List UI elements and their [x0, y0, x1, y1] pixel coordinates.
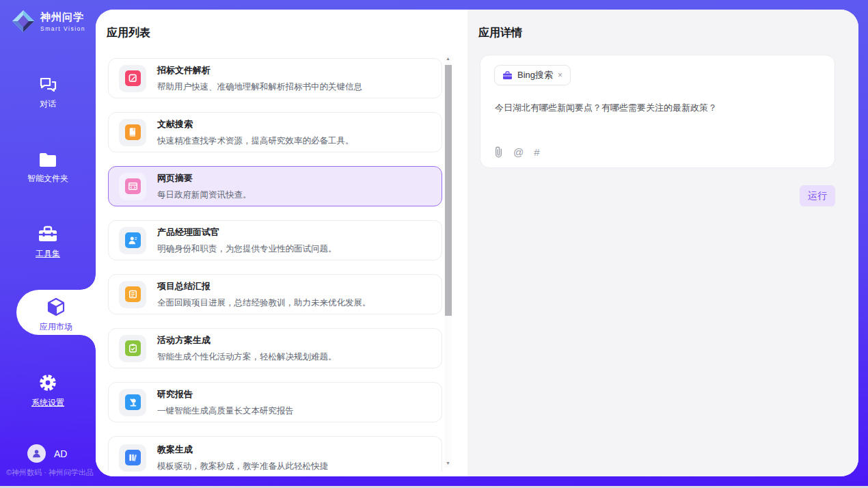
microscope-icon [125, 394, 141, 410]
app-detail-title: 应用详情 [478, 26, 522, 40]
app-card-pm-interviewer[interactable]: 产品经理面试官 明确身份和职责，为您提供专业性的面试问题。 [108, 220, 442, 260]
sidebar: 神州问学 Smart Vision 对话 智能文件夹 [0, 0, 96, 486]
app-card-bid-parse[interactable]: 招标文件解析 帮助用户快速、准确地理解和解析招标书中的关键信息 [108, 58, 442, 98]
scroll-thumb[interactable] [445, 65, 452, 316]
gear-icon [38, 373, 57, 392]
content-shell: 应用列表 招标文件解析 帮助用户快速、准确地理解和解析招标书中的关键信息 [96, 10, 858, 476]
app-name: 研究报告 [157, 388, 294, 401]
app-card-lesson-plan[interactable]: 教案生成 模板驱动，教案秒成，教学准备从此轻松快捷 [108, 436, 442, 472]
app-card-project-summary[interactable]: 项目总结汇报 全面回顾项目进展，总结经验教训，助力未来优化发展。 [108, 274, 442, 314]
list-scrollbar[interactable]: ▲ ▼ [444, 55, 452, 467]
pill-notch-top [81, 275, 96, 290]
books-icon [125, 450, 141, 465]
run-button[interactable]: 运行 [800, 185, 835, 206]
sidebar-item-toolset[interactable]: 工具集 [0, 226, 96, 260]
toolbox-icon [38, 226, 58, 243]
interviewer-icon [125, 232, 141, 248]
app-desc: 一键智能生成高质量长文本研究报告 [157, 405, 294, 417]
hash-icon[interactable]: # [534, 146, 539, 158]
tool-tag-bing-search[interactable]: Bing搜索 × [494, 65, 571, 85]
sidebar-item-label: 对话 [0, 98, 96, 110]
app-desc: 明确身份和职责，为您提供专业性的面试问题。 [157, 243, 337, 255]
app-name: 活动方案生成 [157, 334, 337, 347]
avatar [27, 444, 46, 463]
chat-icon [39, 77, 57, 94]
notepad-icon [125, 286, 141, 302]
sidebar-item-app-market[interactable]: 应用市场 [16, 290, 96, 335]
sidebar-item-label: 系统设置 [0, 397, 96, 409]
app-name: 产品经理面试官 [157, 226, 337, 239]
app-name: 网页摘要 [157, 172, 252, 185]
sidebar-item-label: 智能文件夹 [0, 173, 96, 185]
sidebar-item-label: 工具集 [0, 248, 96, 260]
app-desc: 帮助用户快速、准确地理解和解析招标书中的关键信息 [157, 81, 362, 93]
app-detail-panel: 应用详情 Bing搜索 × 今日湖北有哪些新闻要点？有哪些需要关注的最新政策？ [467, 10, 858, 476]
app-name: 教案生成 [157, 444, 328, 456]
copyright-footer: ©神州数码 · 神州问学出品 [6, 467, 94, 478]
doc-edit-icon [125, 70, 141, 86]
app-desc: 模板驱动，教案秒成，教学准备从此轻松快捷 [157, 461, 328, 472]
app-card-research-report[interactable]: 研究报告 一键智能生成高质量长文本研究报告 [108, 382, 442, 422]
folder-icon [38, 152, 57, 168]
app-card-event-plan[interactable]: 活动方案生成 智能生成个性化活动方案，轻松解决规划难题。 [108, 328, 442, 368]
app-list-panel: 应用列表 招标文件解析 帮助用户快速、准确地理解和解析招标书中的关键信息 [96, 10, 467, 476]
sidebar-item-settings[interactable]: 系统设置 [0, 373, 96, 409]
scroll-up-arrow[interactable]: ▲ [444, 55, 452, 63]
brand-logo: 神州问学 Smart Vision [11, 9, 85, 33]
sidebar-item-label: 应用市场 [16, 321, 96, 333]
app-name: 招标文件解析 [157, 64, 362, 77]
app-name: 文献搜索 [157, 118, 354, 131]
app-card-list: 招标文件解析 帮助用户快速、准确地理解和解析招标书中的关键信息 文献搜索 快速精… [108, 58, 442, 472]
diamond-logo-icon [11, 9, 36, 33]
clipboard-check-icon [125, 340, 141, 356]
app-list-title: 应用列表 [107, 26, 150, 40]
app-desc: 快速精准查找学术资源，提高研究效率的必备工具。 [157, 135, 354, 147]
at-icon[interactable]: @ [513, 146, 524, 158]
sidebar-item-chat[interactable]: 对话 [0, 77, 96, 110]
user-initials: AD [54, 448, 67, 459]
app-desc: 全面回顾项目进展，总结经验教训，助力未来优化发展。 [157, 297, 371, 309]
close-icon[interactable]: × [558, 70, 562, 80]
person-icon [31, 448, 42, 459]
tool-tag-label: Bing搜索 [517, 69, 553, 81]
app-input-card: Bing搜索 × 今日湖北有哪些新闻要点？有哪些需要关注的最新政策？ @ # [480, 55, 835, 168]
app-card-literature-search[interactable]: 文献搜索 快速精准查找学术资源，提高研究效率的必备工具。 [108, 112, 442, 152]
user-account[interactable]: AD [27, 444, 67, 463]
brand-tagline: Smart Vision [40, 25, 85, 32]
app-card-web-summary[interactable]: 网页摘要 每日政府新闻资讯快查。 [108, 166, 442, 206]
app-name: 项目总结汇报 [157, 280, 371, 293]
app-desc: 智能生成个性化活动方案，轻松解决规划难题。 [157, 351, 337, 363]
scroll-down-arrow[interactable]: ▼ [444, 459, 452, 467]
attachment-toolbar: @ # [494, 146, 540, 158]
pill-notch-bottom [81, 335, 96, 350]
paperclip-icon[interactable] [494, 146, 503, 158]
briefcase-icon [502, 71, 513, 80]
app-frame: 神州问学 Smart Vision 对话 智能文件夹 [0, 0, 868, 486]
cube-icon [46, 297, 66, 316]
webpage-icon [125, 178, 141, 194]
book-icon [125, 124, 141, 140]
sidebar-item-smart-folder[interactable]: 智能文件夹 [0, 152, 96, 185]
query-input[interactable]: 今日湖北有哪些新闻要点？有哪些需要关注的最新政策？ [495, 102, 816, 114]
app-desc: 每日政府新闻资讯快查。 [157, 189, 252, 201]
brand-name: 神州问学 [40, 11, 85, 24]
